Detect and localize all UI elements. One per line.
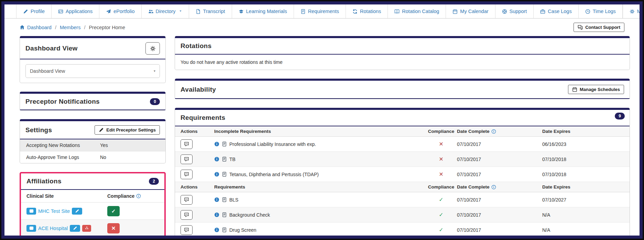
journal-icon: [222, 141, 227, 147]
comment-action-button[interactable]: [181, 139, 193, 149]
nav-item-rotations[interactable]: Rotations: [346, 4, 388, 18]
page: ProfileApplicationsePortfolioDirectoryTr…: [1, 1, 643, 239]
compliance-status-button[interactable]: ✓: [107, 206, 120, 216]
nav-item-support[interactable]: Support: [495, 4, 534, 18]
rotations-header: Rotations: [175, 38, 630, 55]
clinical-site-link[interactable]: ACE Hospital: [38, 226, 68, 231]
column-header-compliance: Compliance: [425, 184, 457, 190]
nav-item-case-logs[interactable]: Case Logs: [534, 4, 578, 18]
affiliations-header: Affiliations 2: [21, 173, 164, 190]
availability-title: Availability: [181, 86, 216, 93]
id-card-icon: [58, 9, 63, 14]
comment-action-button[interactable]: [181, 210, 193, 220]
right-column: Rotations You do not have any active rot…: [175, 36, 630, 239]
nav-item-directory[interactable]: Directory: [142, 4, 189, 18]
edit-site-button[interactable]: [70, 225, 80, 232]
requirement-name: Drug Screen: [229, 227, 256, 233]
settings-rows: Accepting New RotationsYesAuto-Approve T…: [20, 139, 165, 163]
manage-schedules-button[interactable]: Manage Schedules: [568, 85, 624, 94]
clinical-site-link[interactable]: MHC Test Site: [38, 208, 70, 214]
comment-icon: [184, 227, 189, 232]
nav-item-label: Rotation Catalog: [402, 9, 439, 14]
nav-item-rotation-catalog[interactable]: Rotation Catalog: [388, 4, 446, 18]
affiliation-row-ace-hospital: ACE Hospital✕: [21, 220, 164, 237]
nav-item-label: More: [637, 9, 643, 14]
main-content: Dashboard View Dashboard View ▾: [4, 35, 640, 239]
preceptor-notifications-header: Preceptor Notifications 0: [20, 94, 165, 110]
nav-item-more[interactable]: More: [623, 4, 643, 18]
breadcrumb-preceptor-home: Preceptor Home: [89, 25, 125, 30]
info-icon[interactable]: [491, 129, 496, 134]
edit-preceptor-settings-button[interactable]: Edit Preceptor Settings: [95, 125, 160, 135]
comment-action-button[interactable]: [181, 155, 193, 164]
info-solid-icon[interactable]: [214, 212, 219, 217]
requirement-row-drug-screen: Drug Screen✓07/10/2017N/A: [175, 222, 630, 238]
nav-item-label: My Calendar: [460, 9, 488, 14]
calendar-icon: [572, 87, 577, 92]
nav-item-label: Applications: [66, 9, 92, 14]
nav-item-label: Requirements: [308, 9, 339, 14]
column-header-date-complete: Date Complete: [457, 129, 542, 134]
comment-action-button[interactable]: [181, 170, 193, 179]
nav-item-profile[interactable]: Profile: [16, 4, 52, 18]
column-header-requirements: Requirements: [214, 184, 425, 190]
nav-item-label: Case Logs: [548, 9, 571, 14]
setting-label: Accepting New Rotations: [26, 142, 100, 148]
info-solid-icon[interactable]: [214, 141, 219, 147]
dashboard-view-settings-button[interactable]: [145, 42, 160, 55]
pencil-icon: [73, 226, 77, 230]
restore-site-button[interactable]: [82, 225, 91, 232]
comment-action-button[interactable]: [181, 195, 193, 205]
date-complete-value: 07/10/2017: [457, 197, 542, 203]
nav-item-requirements[interactable]: Requirements: [294, 4, 346, 18]
requirement-name: BLS: [229, 197, 238, 203]
rocket-icon: [106, 9, 111, 14]
column-header-actions: Actions: [181, 129, 214, 134]
dashboard-view-body: Dashboard View ▾: [20, 59, 165, 83]
journal-icon: [301, 9, 306, 14]
info-solid-icon[interactable]: [214, 157, 219, 162]
column-header-date-expires: Date Expires: [542, 129, 624, 134]
nav-item-my-calendar[interactable]: My Calendar: [446, 4, 495, 18]
breadcrumb-members[interactable]: Members: [60, 25, 80, 30]
chevron-down-icon: [179, 9, 182, 13]
column-header-compliance: Compliance: [425, 129, 457, 134]
edit-site-button[interactable]: [72, 208, 82, 215]
contact-support-button[interactable]: Contact Support: [574, 23, 624, 32]
top-nav: ProfileApplicationsePortfolioDirectoryTr…: [4, 4, 640, 19]
breadcrumb-dashboard[interactable]: Dashboard: [20, 25, 52, 30]
manage-schedules-label: Manage Schedules: [580, 87, 620, 92]
requirement-row-tetanus-diphtheria-and-pertussis-tdap: Tetanus, Diphtheria and Pertussis (TDAP)…: [175, 167, 630, 182]
requirements-tables: ActionsIncomplete RequirementsCompliance…: [175, 126, 630, 239]
breadcrumb-separator: /: [55, 25, 56, 30]
dashboard-view-card: Dashboard View Dashboard View ▾: [20, 36, 166, 83]
info-solid-icon[interactable]: [214, 227, 219, 232]
notifications-count-badge: 0: [150, 98, 160, 105]
info-solid-icon[interactable]: [214, 172, 219, 177]
dashboard-view-select[interactable]: Dashboard View ▾: [25, 64, 160, 78]
compliance-status-button[interactable]: ✕: [107, 223, 120, 233]
comment-action-button[interactable]: [181, 225, 193, 235]
chat-icon: [578, 25, 583, 30]
comment-icon: [184, 172, 189, 177]
school-icon: [239, 9, 244, 14]
support-icon: [502, 9, 507, 14]
nav-item-learning-materials[interactable]: Learning Materials: [232, 4, 294, 18]
info-icon[interactable]: [136, 194, 141, 198]
dashboard-view-header: Dashboard View: [20, 38, 165, 59]
breadcrumb-row: Dashboard/Members/Preceptor Home Contact…: [4, 19, 640, 35]
info-solid-icon[interactable]: [214, 197, 219, 202]
sync-icon: [352, 9, 358, 14]
affiliations-column-headers: Clinical Site Compliance: [21, 190, 164, 203]
nav-item-time-logs[interactable]: Time Logs: [579, 4, 623, 18]
nav-item-eportfolio[interactable]: ePortfolio: [99, 4, 141, 18]
info-icon[interactable]: [491, 185, 496, 190]
nav-item-transcript[interactable]: Transcript: [189, 4, 232, 18]
settings-row-auto-approve-time-logs: Auto-Approve Time LogsNo: [20, 151, 165, 163]
edit-preceptor-settings-label: Edit Preceptor Settings: [106, 127, 156, 133]
column-header-date-complete: Date Complete: [457, 184, 542, 190]
nav-item-label: Rotations: [360, 9, 381, 14]
column-header-date-expires: Date Expires: [542, 184, 624, 190]
nav-item-applications[interactable]: Applications: [52, 4, 99, 18]
chevron-down-icon: ▾: [154, 69, 155, 73]
